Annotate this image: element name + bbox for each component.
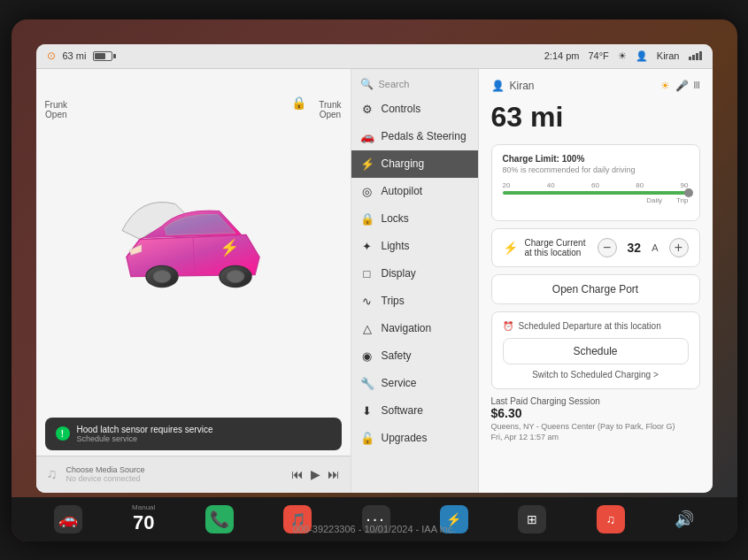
mileage-large: 63 mi	[491, 101, 700, 134]
charge-slider[interactable]: 20 40 60 80 90 Daily Trip	[503, 181, 689, 204]
nav-label-display: Display	[382, 267, 416, 280]
charge-scale: 20 40 60 80 90	[503, 181, 689, 189]
temp-display: 74°F	[588, 50, 608, 61]
play-button[interactable]: ▶	[311, 467, 320, 481]
safety-icon: ◉	[360, 349, 374, 363]
trips-icon: ∿	[360, 295, 374, 308]
speed-label: Manual	[132, 503, 155, 511]
weather-icon: ☀	[618, 50, 627, 62]
autopilot-icon: ◎	[360, 185, 374, 198]
last-session-amount: $6.30	[491, 406, 700, 420]
charge-current-unit: A	[652, 242, 658, 253]
controls-icon: ⚙	[360, 103, 374, 116]
charge-bolt-icon: ⚡	[503, 241, 518, 255]
search-row[interactable]: 🔍 Search	[351, 73, 478, 96]
nav-item-pedals[interactable]: 🚗 Pedals & Steering	[351, 123, 478, 150]
navigation-icon: △	[360, 322, 374, 335]
mic-icon: 🎤	[675, 80, 689, 92]
scheduled-label: Scheduled Departure at this location	[519, 321, 661, 331]
nav-item-locks[interactable]: 🔒 Locks	[351, 205, 478, 233]
alert-banner[interactable]: Hood latch sensor requires service Sched…	[45, 418, 342, 450]
nav-label-safety: Safety	[382, 349, 412, 362]
user-icon: 👤	[636, 50, 648, 62]
slider-track	[503, 191, 689, 195]
charge-limit-subtitle: 80% is recommended for daily driving	[503, 165, 689, 174]
nav-item-lights[interactable]: ✦ Lights	[351, 233, 478, 260]
user-header: 👤 Kiran ☀ 🎤 lll	[491, 80, 700, 92]
switch-charging-link[interactable]: Switch to Scheduled Charging >	[503, 370, 689, 380]
nav-item-trips[interactable]: ∿ Trips	[351, 288, 478, 315]
sun-icon: ☀	[660, 80, 670, 92]
charge-limit-section: Charge Limit: 100% 80% is recommended fo…	[491, 144, 700, 221]
nav-label-pedals: Pedals & Steering	[382, 130, 467, 142]
lights-icon: ✦	[360, 240, 374, 253]
search-icon: 🔍	[360, 78, 374, 90]
car-panel: Frunk Open Trunk Open 🔒	[36, 69, 351, 493]
scheduled-title: ⏰ Scheduled Departure at this location	[503, 321, 689, 331]
nav-label-trips: Trips	[382, 295, 405, 307]
service-icon: 🔧	[360, 377, 374, 390]
prev-button[interactable]: ⏮	[291, 467, 304, 481]
frunk-label: Frunk Open	[45, 100, 68, 119]
last-session-title: Last Paid Charging Session	[491, 396, 700, 406]
nav-menu: 🔍 Search ⚙ Controls 🚗 Pedals & Steering …	[351, 69, 479, 493]
media-bar: ♫ Choose Media Source No device connecte…	[36, 456, 351, 493]
media-source: Choose Media Source	[66, 465, 145, 474]
nav-item-navigation[interactable]: △ Navigation	[351, 315, 478, 342]
alert-dot-icon	[56, 426, 70, 441]
slider-fill	[503, 191, 689, 195]
upgrades-icon: 🔓	[360, 432, 374, 445]
nav-label-navigation: Navigation	[382, 322, 432, 334]
status-bar: ⊙ 63 mi 2:14 pm 74°F ☀ 👤 Kiran	[36, 44, 713, 69]
scheduled-departure-section: ⏰ Scheduled Departure at this location S…	[491, 311, 700, 389]
nav-item-service[interactable]: 🔧 Service	[351, 370, 478, 397]
charge-current-row: ⚡ Charge Current at this location − 32 A…	[491, 228, 700, 267]
nav-item-charging[interactable]: ⚡ Charging	[351, 150, 478, 178]
last-session-date: Fri, Apr 12 1:57 am	[491, 433, 700, 441]
locks-icon: 🔒	[360, 212, 374, 226]
car-visualization: Frunk Open Trunk Open 🔒	[36, 69, 351, 412]
music-icon: ♫	[47, 466, 58, 482]
main-screen: ⊙ 63 mi 2:14 pm 74°F ☀ 👤 Kiran	[36, 44, 713, 493]
nav-label-charging: Charging	[382, 157, 425, 170]
software-icon: ⬇	[360, 404, 374, 418]
open-charge-port-button[interactable]: Open Charge Port	[491, 274, 700, 304]
daily-label: Daily	[646, 196, 662, 204]
lock-icon: 🔒	[291, 96, 306, 110]
nav-label-locks: Locks	[382, 212, 409, 225]
user-avatar-icon: 👤	[491, 80, 505, 92]
nav-item-autopilot[interactable]: ◎ Autopilot	[351, 178, 478, 205]
schedule-button[interactable]: Schedule	[503, 338, 689, 364]
nav-label-controls: Controls	[382, 103, 421, 115]
nav-item-safety[interactable]: ◉ Safety	[351, 342, 478, 370]
signal-icon	[689, 51, 702, 60]
nav-label-service: Service	[382, 377, 417, 389]
nav-label-software: Software	[382, 404, 423, 417]
display-icon: □	[360, 267, 374, 280]
clock-icon: ⏰	[503, 321, 513, 331]
decrease-charge-button[interactable]: −	[598, 238, 617, 257]
battery-icon	[93, 51, 112, 61]
charge-mode-labels: Daily Trip	[503, 196, 689, 204]
svg-text:⚡: ⚡	[220, 237, 240, 257]
taskbar: 🚗 Manual 70 📞 🎵 ··· ⚡ ⊞ ♫ 🔊	[12, 497, 737, 541]
nav-label-lights: Lights	[382, 240, 410, 252]
charging-icon: ⚡	[360, 157, 374, 171]
slider-thumb	[684, 188, 693, 197]
charge-current-control: − 32 A +	[598, 238, 689, 257]
nav-item-upgrades[interactable]: 🔓 Upgrades	[351, 425, 478, 452]
user-name: Kiran	[510, 80, 535, 92]
charge-current-label: Charge Current at this location	[525, 238, 590, 257]
nav-item-software[interactable]: ⬇ Software	[351, 397, 478, 425]
last-session-section: Last Paid Charging Session $6.30 Queens,…	[491, 396, 700, 441]
charge-limit-title: Charge Limit: 100%	[503, 154, 689, 164]
nav-label-upgrades: Upgrades	[382, 432, 428, 444]
alert-text: Hood latch sensor requires service Sched…	[77, 425, 213, 443]
nav-item-display[interactable]: □ Display	[351, 260, 478, 288]
mileage-display: 63 mi	[63, 50, 87, 61]
increase-charge-button[interactable]: +	[669, 238, 689, 257]
next-button[interactable]: ⏭	[328, 467, 340, 481]
search-label: Search	[379, 79, 410, 89]
nav-item-controls[interactable]: ⚙ Controls	[351, 96, 478, 123]
time-display: 2:14 pm	[544, 50, 580, 61]
